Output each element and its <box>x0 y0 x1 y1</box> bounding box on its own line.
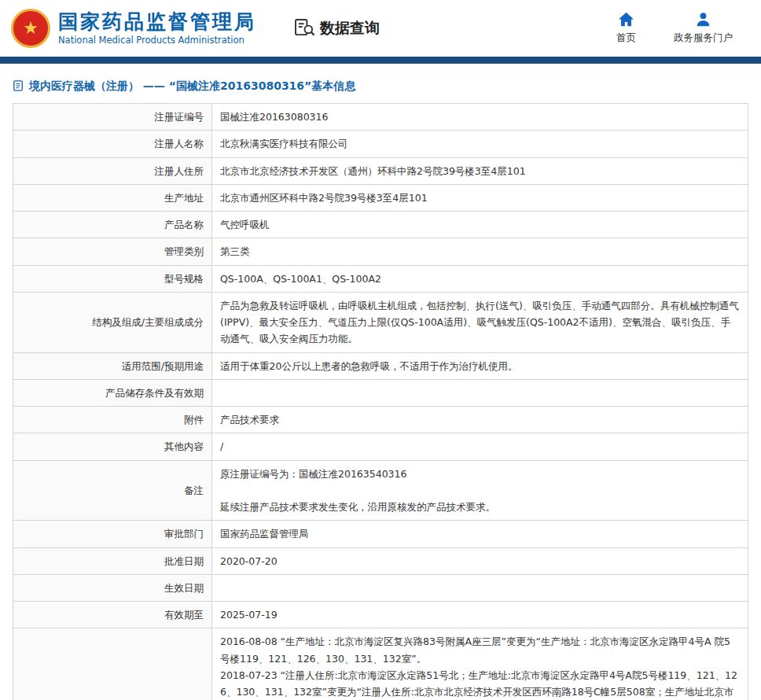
table-row: 适用范围/预期用途适用于体重20公斤以上患者的急救呼吸，不适用于作为治疗机使用。 <box>13 352 748 379</box>
page-title-text: 境内医疗器械（注册） —— “国械注准20163080316”基本信息 <box>29 79 355 94</box>
table-row: 生效日期 <box>13 574 748 601</box>
page-title: 境内医疗器械（注册） —— “国械注准20163080316”基本信息 <box>13 79 748 94</box>
row-value: 原注册证编号为：国械注准20163540316 延续注册产品技术要求发生变化，沿… <box>212 460 748 521</box>
nav-portal[interactable]: 政务服务门户 <box>674 12 733 45</box>
row-label: 批准日期 <box>13 547 212 574</box>
org-title-block: 国家药品监督管理局 National Medical Products Admi… <box>58 11 256 46</box>
row-value: 气控呼吸机 <box>212 212 748 238</box>
row-value: / <box>212 433 748 460</box>
row-label: 注册证编号 <box>13 104 212 131</box>
row-label: 有效期至 <box>13 602 212 628</box>
row-label: 生效日期 <box>13 574 212 601</box>
header: ★ 国家药品监督管理局 National Medical Products Ad… <box>0 0 761 57</box>
table-row: 备注原注册证编号为：国械注准20163540316 延续注册产品技术要求发生变化… <box>13 460 748 521</box>
row-value: 产品为急救及转运呼吸机，由呼吸机主机组成，包括控制、执行(送气)、吸引负压、手动… <box>212 292 748 352</box>
document-icon <box>13 80 24 94</box>
table-row: 变更情况2016-08-08 “生产地址：北京市海淀区复兴路83号附属A座三层”… <box>13 628 748 700</box>
row-value: 2020-07-20 <box>212 547 748 574</box>
row-label: 生产地址 <box>13 184 212 211</box>
table-row: 注册人住所北京市北京经济技术开发区（通州）环科中路2号院39号楼3至4层101 <box>13 157 748 184</box>
row-value: 适用于体重20公斤以上患者的急救呼吸，不适用于作为治疗机使用。 <box>212 352 748 379</box>
nav-portal-label: 政务服务门户 <box>674 31 733 45</box>
table-row: 注册证编号国械注准20163080316 <box>13 104 748 131</box>
row-value: 北京市北京经济技术开发区（通州）环科中路2号院39号楼3至4层101 <box>212 157 748 184</box>
row-value: 2025-07-19 <box>212 602 748 628</box>
row-label: 审批部门 <box>13 521 212 547</box>
row-label: 注册人住所 <box>13 157 212 184</box>
row-value: 产品技术要求 <box>212 407 748 433</box>
row-label: 其他内容 <box>13 433 212 460</box>
row-label: 结构及组成/主要组成成分 <box>13 292 212 352</box>
table-row: 产品名称气控呼吸机 <box>13 212 748 238</box>
row-label: 管理类别 <box>13 238 212 265</box>
row-value: 国械注准20163080316 <box>212 104 748 131</box>
emblem-star-icon: ★ <box>23 20 39 37</box>
org-name-en: National Medical Products Administration <box>58 35 256 46</box>
row-label: 变更情况 <box>13 628 212 700</box>
info-table-body: 注册证编号国械注准20163080316注册人名称北京秋满实医疗科技有限公司注册… <box>13 104 748 700</box>
row-value: 第三类 <box>212 238 748 265</box>
data-query-nav[interactable]: 数据查询 <box>294 18 380 39</box>
table-row: 结构及组成/主要组成成分产品为急救及转运呼吸机，由呼吸机主机组成，包括控制、执行… <box>13 292 748 352</box>
row-value: 国家药品监督管理局 <box>212 521 748 547</box>
row-label: 产品储存条件及有效期 <box>13 379 212 406</box>
table-row: 生产地址北京市通州区环科中路2号院39号楼3至4层101 <box>13 184 748 211</box>
row-value <box>212 574 748 601</box>
table-row: 注册人名称北京秋满实医疗科技有限公司 <box>13 131 748 157</box>
header-divider-bar <box>0 57 761 64</box>
national-emblem-logo: ★ <box>11 9 50 48</box>
row-value: 北京秋满实医疗科技有限公司 <box>212 131 748 157</box>
nav-home-label: 首页 <box>616 31 636 45</box>
row-value: 2016-08-08 “生产地址：北京市海淀区复兴路83号附属A座三层”变更为“… <box>212 628 748 700</box>
data-query-label: 数据查询 <box>320 18 380 39</box>
table-row: 型号规格QS-100A、QS-100A1、QS-100A2 <box>13 265 748 292</box>
nav-home[interactable]: 首页 <box>616 12 636 45</box>
main-content: 境内医疗器械（注册） —— “国械注准20163080316”基本信息 注册证编… <box>0 79 761 700</box>
row-value: 北京市通州区环科中路2号院39号楼3至4层101 <box>212 184 748 211</box>
row-label: 备注 <box>13 460 212 521</box>
org-name-cn: 国家药品监督管理局 <box>58 11 256 34</box>
row-label: 适用范围/预期用途 <box>13 352 212 379</box>
top-nav: 首页 政务服务门户 <box>616 12 750 45</box>
row-label: 注册人名称 <box>13 131 212 157</box>
info-table: 注册证编号国械注准20163080316注册人名称北京秋满实医疗科技有限公司注册… <box>13 103 748 700</box>
row-label: 型号规格 <box>13 265 212 292</box>
table-row: 管理类别第三类 <box>13 238 748 265</box>
person-icon <box>695 12 711 29</box>
table-row: 有效期至2025-07-19 <box>13 602 748 628</box>
table-row: 附件产品技术要求 <box>13 407 748 433</box>
row-label: 产品名称 <box>13 212 212 238</box>
home-icon <box>618 12 634 29</box>
row-value <box>212 379 748 406</box>
table-row: 审批部门国家药品监督管理局 <box>13 521 748 547</box>
table-row: 产品储存条件及有效期 <box>13 379 748 406</box>
table-row: 批准日期2020-07-20 <box>13 547 748 574</box>
data-query-icon <box>294 18 315 39</box>
row-value: QS-100A、QS-100A1、QS-100A2 <box>212 265 748 292</box>
row-label: 附件 <box>13 407 212 433</box>
table-row: 其他内容/ <box>13 433 748 460</box>
